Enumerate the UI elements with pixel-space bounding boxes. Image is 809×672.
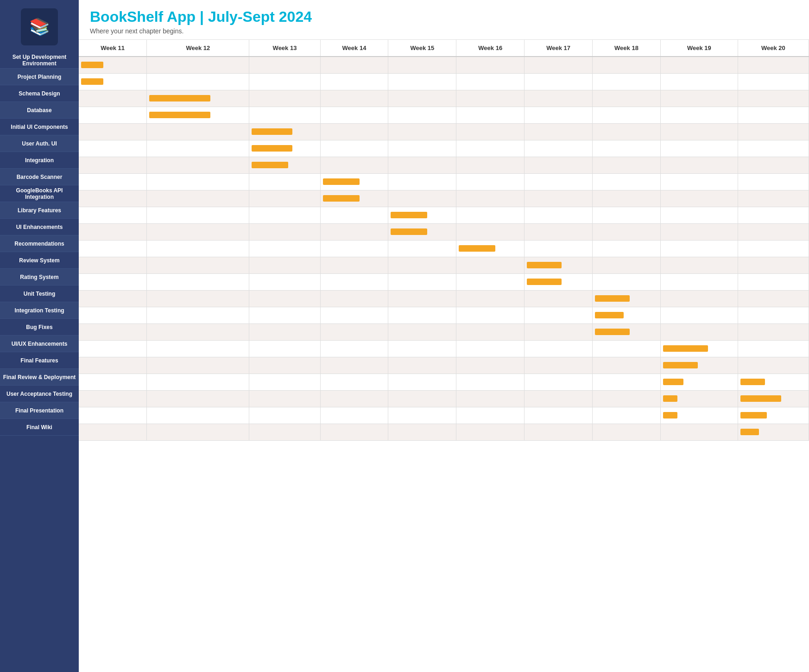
gantt-bar (740, 379, 765, 385)
gantt-cell (147, 107, 249, 123)
gantt-cell (79, 273, 147, 290)
gantt-cell (320, 257, 388, 273)
gantt-cell (249, 57, 320, 73)
gantt-cell (249, 223, 320, 240)
gantt-row (79, 357, 809, 374)
gantt-cell (79, 340, 147, 357)
gantt-row (79, 323, 809, 340)
header: BookShelf App | July-Sept 2024 Where you… (79, 0, 809, 40)
sidebar-item[interactable]: UI Enhancements (0, 219, 79, 235)
gantt-cell (320, 123, 388, 140)
gantt-cell (660, 290, 738, 307)
sidebar-item[interactable]: Integration (0, 152, 79, 169)
gantt-cell (738, 340, 809, 357)
gantt-cell (660, 140, 738, 157)
sidebar-item[interactable]: Rating System (0, 269, 79, 285)
gantt-row (79, 290, 809, 307)
sidebar-item[interactable]: Integration Testing (0, 302, 79, 319)
gantt-cell (738, 107, 809, 123)
gantt-cell (147, 240, 249, 257)
gantt-cell (388, 173, 456, 190)
week-header-8: Week 19 (660, 40, 738, 57)
gantt-cell (738, 190, 809, 207)
gantt-row (79, 424, 809, 440)
gantt-bar (459, 245, 495, 252)
gantt-cell (320, 307, 388, 323)
gantt-cell (79, 107, 147, 123)
gantt-row (79, 340, 809, 357)
sidebar-item[interactable]: User Auth. UI (0, 135, 79, 152)
gantt-cell (388, 290, 456, 307)
gantt-cell (738, 73, 809, 90)
gantt-cell (147, 73, 249, 90)
sidebar-item[interactable]: Recommendations (0, 235, 79, 252)
gantt-cell (660, 107, 738, 123)
sidebar-item[interactable]: GoogleBooks API Integration (0, 185, 79, 202)
gantt-row (79, 90, 809, 107)
gantt-cell (320, 107, 388, 123)
sidebar-item[interactable]: Project Planning (0, 69, 79, 85)
gantt-row (79, 223, 809, 240)
sidebar: 📚 Set Up Development EnvironmentProject … (0, 0, 79, 672)
sidebar-item[interactable]: Schema Design (0, 85, 79, 102)
sidebar-item[interactable]: UI/UX Enhancements (0, 336, 79, 352)
gantt-cell (525, 207, 593, 223)
sidebar-item[interactable]: Bug Fixes (0, 319, 79, 336)
sidebar-item[interactable]: Barcode Scanner (0, 169, 79, 185)
gantt-cell (593, 307, 661, 323)
gantt-cell (525, 390, 593, 407)
gantt-cell (249, 290, 320, 307)
gantt-cell (456, 90, 525, 107)
sidebar-item[interactable]: Final Features (0, 352, 79, 369)
gantt-cell (738, 407, 809, 424)
gantt-cell (388, 207, 456, 223)
gantt-body (79, 57, 809, 440)
gantt-cell (525, 173, 593, 190)
gantt-bar (595, 329, 630, 335)
gantt-cell (147, 190, 249, 207)
gantt-cell (593, 157, 661, 173)
gantt-cell (738, 257, 809, 273)
logo-box: 📚 (21, 8, 58, 45)
gantt-cell (79, 173, 147, 190)
sidebar-item[interactable]: Library Features (0, 202, 79, 219)
gantt-row (79, 123, 809, 140)
gantt-cell (79, 323, 147, 340)
gantt-cell (593, 190, 661, 207)
gantt-row (79, 257, 809, 273)
sidebar-rows: Set Up Development EnvironmentProject Pl… (0, 52, 79, 672)
sidebar-item[interactable]: Database (0, 102, 79, 119)
gantt-cell (320, 290, 388, 307)
gantt-cell (388, 407, 456, 424)
gantt-wrapper[interactable]: Week 11Week 12Week 13Week 14Week 15Week … (79, 40, 809, 672)
sidebar-item[interactable]: Unit Testing (0, 285, 79, 302)
gantt-cell (388, 424, 456, 440)
gantt-cell (320, 90, 388, 107)
week-header-0: Week 11 (79, 40, 147, 57)
main-content: BookShelf App | July-Sept 2024 Where you… (79, 0, 809, 672)
sidebar-item[interactable]: Final Presentation (0, 402, 79, 419)
gantt-cell (660, 190, 738, 207)
gantt-cell (456, 323, 525, 340)
gantt-cell (660, 123, 738, 140)
gantt-row (79, 273, 809, 290)
gantt-cell (456, 173, 525, 190)
gantt-cell (660, 223, 738, 240)
gantt-row (79, 107, 809, 123)
gantt-cell (249, 357, 320, 374)
gantt-cell (660, 240, 738, 257)
gantt-cell (525, 140, 593, 157)
sidebar-item[interactable]: Review System (0, 252, 79, 269)
sidebar-item[interactable]: Initial UI Components (0, 119, 79, 135)
gantt-row (79, 374, 809, 390)
sidebar-item[interactable]: Final Review & Deployment (0, 369, 79, 386)
sidebar-item[interactable]: Final Wiki (0, 419, 79, 436)
gantt-cell (660, 273, 738, 290)
sidebar-item[interactable]: User Acceptance Testing (0, 386, 79, 402)
gantt-cell (249, 340, 320, 357)
sidebar-item[interactable]: Set Up Development Environment (0, 52, 79, 69)
gantt-cell (320, 323, 388, 340)
gantt-row (79, 73, 809, 90)
gantt-cell (593, 273, 661, 290)
gantt-cell (593, 140, 661, 157)
